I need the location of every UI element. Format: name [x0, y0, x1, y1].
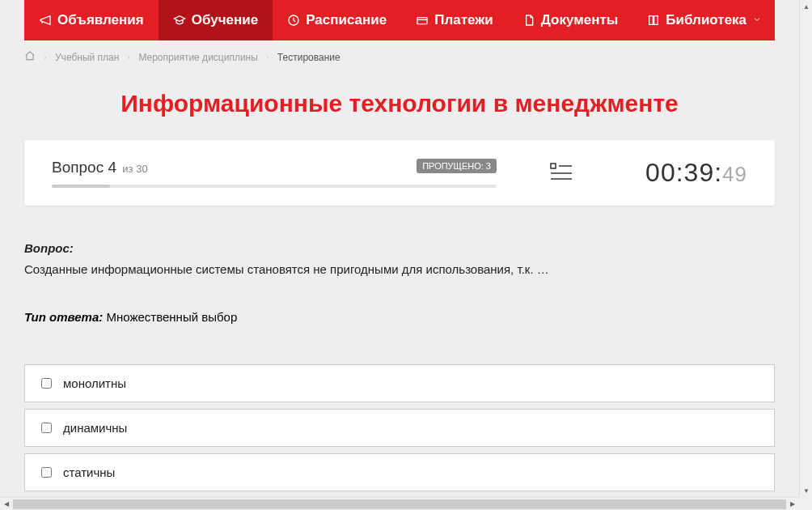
scroll-track[interactable] [13, 498, 786, 511]
horizontal-scrollbar[interactable]: ◀ ▶ [0, 497, 799, 510]
breadcrumb: Учебный план Мероприятие дисциплины Тест… [0, 40, 799, 74]
question-text: Созданные информационные системы становя… [24, 262, 549, 276]
answer-option[interactable]: динамичны [24, 409, 775, 447]
megaphone-icon [39, 14, 52, 27]
question-block: Вопрос: Созданные информационные системы… [24, 238, 775, 279]
answer-type-label: Тип ответа: [24, 310, 103, 324]
payment-icon [416, 14, 429, 27]
chevron-right-icon [264, 52, 271, 63]
answer-text: статичны [63, 465, 115, 479]
graduation-cap-icon [173, 14, 186, 27]
breadcrumb-current: Тестирование [277, 52, 340, 63]
answer-text: монолитны [63, 376, 126, 390]
answers-list: монолитны динамичны статичны [24, 364, 775, 491]
nav-label: Платежи [434, 12, 493, 28]
question-label: Вопрос: [24, 241, 74, 255]
timer-main: 00:39: [645, 158, 722, 188]
nav-announcements[interactable]: Объявления [24, 0, 159, 40]
answer-option[interactable]: статичны [24, 453, 775, 491]
scroll-right-arrow[interactable]: ▶ [786, 498, 799, 511]
answer-checkbox[interactable] [41, 378, 52, 389]
timer-seconds: 49 [722, 162, 747, 187]
nav-library[interactable]: Библиотека [632, 0, 776, 40]
scroll-thumb[interactable] [13, 499, 786, 509]
nav-documents[interactable]: Документы [508, 0, 633, 40]
nav-payments[interactable]: Платежи [401, 0, 508, 40]
nav-label: Обучение [192, 12, 258, 28]
answer-type-block: Тип ответа: Множественный выбор [24, 310, 775, 324]
question-current: 4 [108, 159, 116, 176]
progress-fill [52, 185, 110, 188]
scrollbar-corner [799, 497, 812, 510]
clock-icon [287, 14, 300, 27]
nav-label: Объявления [57, 12, 144, 28]
nav-label: Документы [541, 12, 619, 28]
main-nav: Объявления Обучение Расписание Платежи Д… [24, 0, 775, 40]
scroll-down-arrow[interactable]: ▼ [800, 484, 812, 497]
nav-learning[interactable]: Обучение [159, 0, 273, 40]
nav-label: Расписание [306, 12, 387, 28]
home-icon[interactable] [24, 50, 36, 64]
question-list-icon[interactable] [550, 162, 573, 185]
chevron-right-icon [42, 52, 49, 63]
chevron-right-icon [125, 52, 132, 63]
status-card: Вопрос 4 из 30 ПРОПУЩЕНО: 3 [24, 140, 775, 206]
scroll-up-arrow[interactable]: ▲ [800, 0, 812, 13]
progress-bar [52, 185, 497, 188]
answer-checkbox[interactable] [41, 423, 52, 433]
chevron-down-icon [752, 12, 762, 28]
answer-option[interactable]: монолитны [24, 364, 775, 402]
question-total: из 30 [122, 163, 147, 175]
book-icon [647, 14, 660, 27]
vertical-scrollbar[interactable]: ▲ ▼ [799, 0, 812, 497]
page-title: Информационные технологии в менеджменте [24, 90, 775, 117]
answer-text: динамичны [63, 421, 127, 435]
answer-type-value: Множественный выбор [106, 310, 237, 324]
answer-checkbox[interactable] [41, 467, 52, 478]
skipped-badge: ПРОПУЩЕНО: 3 [417, 159, 497, 173]
document-icon [522, 14, 535, 27]
question-number: Вопрос 4 [52, 159, 121, 176]
svg-rect-2 [551, 164, 556, 168]
breadcrumb-event[interactable]: Мероприятие дисциплины [138, 52, 257, 63]
scroll-left-arrow[interactable]: ◀ [0, 498, 13, 511]
breadcrumb-curriculum[interactable]: Учебный план [55, 52, 119, 63]
question-word: Вопрос [52, 159, 104, 176]
nav-schedule[interactable]: Расписание [273, 0, 401, 40]
svg-rect-1 [417, 18, 427, 24]
nav-label: Библиотека [666, 12, 746, 28]
timer: 00:39:49 [626, 158, 747, 188]
